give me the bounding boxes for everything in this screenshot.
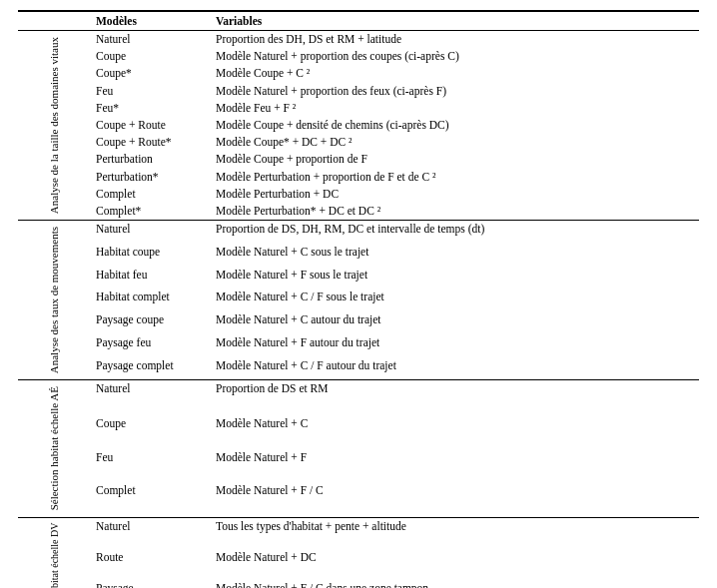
variable-description: Modèle Naturel + F sous le trajet xyxy=(210,267,699,290)
variable-description: Modèle Coupe* + DC + DC ² xyxy=(210,134,699,151)
variable-description: Modèle Coupe + C ² xyxy=(210,65,699,82)
model-name: Paysage xyxy=(90,580,210,588)
variable-description: Proportion des DH, DS et RM + latitude xyxy=(210,31,699,49)
variable-description: Modèle Coupe + proportion de F xyxy=(210,151,699,168)
variable-description: Modèle Naturel + C / F autour du trajet xyxy=(210,357,699,380)
model-name: Feu xyxy=(90,449,210,483)
variable-description: Modèle Perturbation + proportion de F et… xyxy=(210,169,699,186)
section-label: Analyse de la taille des domaines vitaux xyxy=(18,31,90,221)
variable-description: Proportion de DS et RM xyxy=(210,380,699,415)
model-name: Paysage feu xyxy=(90,334,210,357)
variable-description: Modèle Perturbation + DC xyxy=(210,186,699,203)
variable-description: Modèle Naturel + proportion des feux (ci… xyxy=(210,83,699,100)
model-name: Coupe xyxy=(90,48,210,65)
model-name: Paysage complet xyxy=(90,357,210,380)
model-name: Naturel xyxy=(90,221,210,244)
variable-description: Modèle Naturel + F / C xyxy=(210,482,699,517)
model-name: Complet xyxy=(90,186,210,203)
variable-description: Proportion de DS, DH, RM, DC et interval… xyxy=(210,221,699,244)
variable-description: Tous les types d'habitat + pente + altit… xyxy=(210,517,699,549)
model-name: Paysage coupe xyxy=(90,311,210,334)
model-name: Route xyxy=(90,549,210,580)
model-name: Perturbation xyxy=(90,151,210,168)
variable-description: Modèle Naturel + C xyxy=(210,415,699,449)
section-header xyxy=(18,11,90,31)
models-header: Modèles xyxy=(90,11,210,31)
model-name: Coupe + Route xyxy=(90,117,210,134)
variable-description: Modèle Feu + F ² xyxy=(210,100,699,117)
model-name: Habitat complet xyxy=(90,289,210,311)
model-name: Feu* xyxy=(90,100,210,117)
section-label: Analyse des taux de mouvements xyxy=(18,221,90,380)
model-name: Naturel xyxy=(90,517,210,549)
variable-description: Modèle Perturbation* + DC et DC ² xyxy=(210,203,699,221)
variable-description: Modèle Naturel + F xyxy=(210,449,699,483)
variable-description: Modèle Naturel + C / F sous le trajet xyxy=(210,289,699,311)
variables-header: Variables xyxy=(210,11,699,31)
model-name: Habitat feu xyxy=(90,267,210,290)
model-name: Feu xyxy=(90,83,210,100)
model-name: Naturel xyxy=(90,380,210,415)
variable-description: Modèle Coupe + densité de chemins (ci-ap… xyxy=(210,117,699,134)
variable-description: Modèle Naturel + C sous le trajet xyxy=(210,244,699,267)
model-name: Complet xyxy=(90,482,210,517)
variable-description: Modèle Naturel + DC xyxy=(210,549,699,580)
variable-description: Modèle Naturel + proportion des coupes (… xyxy=(210,48,699,65)
model-name: Coupe + Route* xyxy=(90,134,210,151)
variable-description: Modèle Naturel + F / C dans une zone tam… xyxy=(210,580,699,588)
section-label: Sélection habitat échelle AÉ xyxy=(18,380,90,517)
model-name: Perturbation* xyxy=(90,169,210,186)
variable-description: Modèle Naturel + C autour du trajet xyxy=(210,311,699,334)
model-name: Habitat coupe xyxy=(90,244,210,267)
model-name: Naturel xyxy=(90,31,210,49)
model-name: Coupe* xyxy=(90,65,210,82)
model-name: Coupe xyxy=(90,415,210,449)
section-label: Sélection habitat échelle DV xyxy=(18,517,90,588)
model-name: Complet* xyxy=(90,203,210,221)
variable-description: Modèle Naturel + F autour du trajet xyxy=(210,334,699,357)
